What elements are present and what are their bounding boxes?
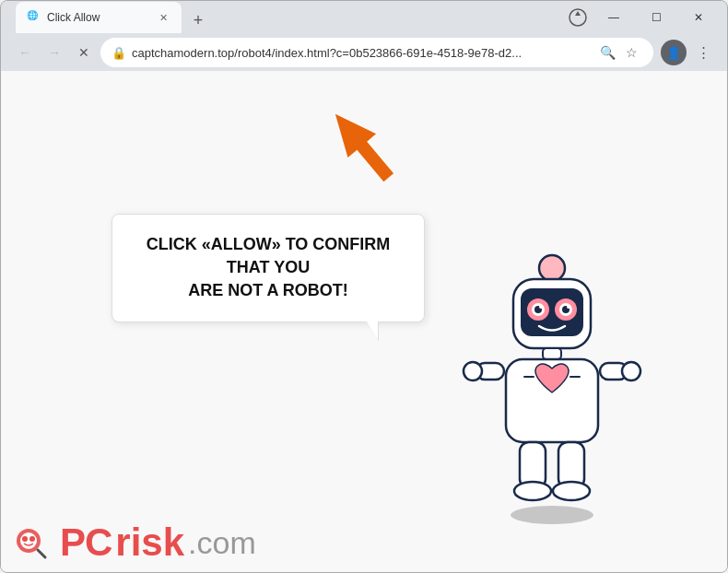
svg-point-24 <box>514 482 551 500</box>
forward-button[interactable]: → <box>41 40 67 65</box>
svg-point-3 <box>511 506 593 524</box>
pcrisk-logo: PCrisk.com <box>60 520 256 565</box>
svg-marker-2 <box>322 102 403 190</box>
address-bar: ← → ✕ 🔒 captchamodern.top/robot4/index.h… <box>1 34 727 71</box>
svg-point-29 <box>22 536 28 542</box>
pcrisk-icon <box>12 522 53 563</box>
svg-point-28 <box>20 532 37 549</box>
tab-favicon: 🌐 <box>27 10 41 25</box>
url-actions: 🔍 ☆ <box>596 41 642 64</box>
search-icon-button[interactable]: 🔍 <box>596 41 618 64</box>
robot-image <box>451 231 653 526</box>
domain-text: .com <box>188 525 256 561</box>
svg-rect-15 <box>543 348 561 359</box>
chrome-profile-icon[interactable] <box>563 4 593 31</box>
tab-bar: 🌐 Click Allow ✕ + <box>8 2 559 33</box>
active-tab[interactable]: 🌐 Click Allow ✕ <box>16 2 182 33</box>
tab-close-button[interactable]: ✕ <box>156 10 170 25</box>
url-text: captchamodern.top/robot4/index.html?c=0b… <box>132 46 591 60</box>
svg-point-13 <box>539 305 543 309</box>
svg-point-22 <box>622 362 640 380</box>
lock-icon: 🔒 <box>112 46 126 60</box>
title-bar: 🌐 Click Allow ✕ + — ☐ ✕ <box>1 1 727 34</box>
bookmark-button[interactable]: ☆ <box>620 41 642 64</box>
svg-point-20 <box>464 362 482 380</box>
close-button[interactable]: ✕ <box>677 4 720 31</box>
svg-point-14 <box>567 305 570 309</box>
window-controls: — ☐ ✕ <box>563 4 720 31</box>
menu-button[interactable]: ⋮ <box>690 40 716 65</box>
page-content: CLICK «ALLOW» TO CONFIRM THAT YOU ARE NO… <box>1 71 727 572</box>
speech-bubble: CLICK «ALLOW» TO CONFIRM THAT YOU ARE NO… <box>112 214 425 322</box>
reload-button[interactable]: ✕ <box>71 40 97 65</box>
svg-point-30 <box>29 536 35 542</box>
maximize-button[interactable]: ☐ <box>635 4 677 31</box>
url-bar[interactable]: 🔒 captchamodern.top/robot4/index.html?c=… <box>100 38 653 67</box>
back-button[interactable]: ← <box>12 40 38 65</box>
watermark: PCrisk.com <box>1 513 267 572</box>
svg-point-4 <box>539 255 565 281</box>
bubble-text: CLICK «ALLOW» TO CONFIRM THAT YOU ARE NO… <box>138 233 398 303</box>
new-tab-button[interactable]: + <box>185 7 211 33</box>
profile-button[interactable]: 👤 <box>661 40 687 65</box>
pc-text: PC <box>60 520 112 565</box>
svg-line-31 <box>38 550 45 557</box>
risk-text: risk <box>115 520 184 565</box>
toolbar-actions: 👤 ⋮ <box>661 40 716 65</box>
svg-point-26 <box>553 482 590 500</box>
tab-title: Click Allow <box>47 11 150 24</box>
minimize-button[interactable]: — <box>593 4 635 31</box>
browser-window: 🌐 Click Allow ✕ + — ☐ ✕ ← → ✕ 🔒 cap <box>0 0 728 573</box>
